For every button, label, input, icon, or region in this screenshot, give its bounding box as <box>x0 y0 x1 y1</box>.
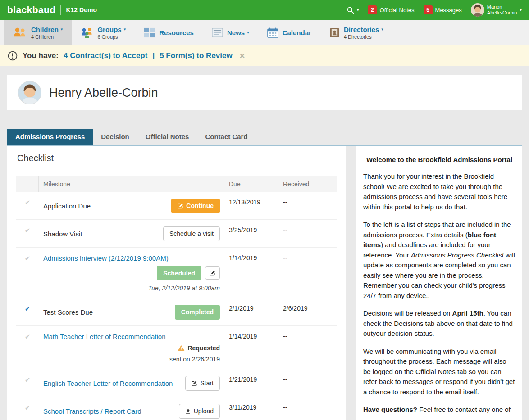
sent-date-note: sent on 2/26/2019 <box>169 356 220 363</box>
info-icon <box>8 51 18 61</box>
check-icon: ✔ <box>25 305 31 312</box>
nav-item-groups[interactable]: Groups▾ 6 Groups <box>72 20 135 45</box>
children-icon <box>13 27 27 38</box>
nav-label: Children <box>31 26 59 33</box>
student-avatar <box>18 81 41 104</box>
due-value: 1/21/2019 <box>224 369 278 397</box>
contracts-link[interactable]: 4 Contract(s) to Accept <box>64 51 147 60</box>
close-icon[interactable]: ✕ <box>239 52 245 60</box>
upload-icon <box>185 408 191 414</box>
chevron-down-icon: ▾ <box>247 31 249 35</box>
milestone-link[interactable]: School Transcripts / Report Card <box>43 407 141 415</box>
col-received: Received <box>278 176 337 192</box>
due-value: 1/14/2019 <box>224 248 278 298</box>
notes-label: Official Notes <box>379 7 414 14</box>
news-icon <box>212 28 223 37</box>
tab-decision[interactable]: Decision <box>93 129 137 145</box>
interview-datetime: Tue, 2/12/2019 at 9:00am <box>148 285 220 292</box>
schedule-visit-button[interactable]: Schedule a visit <box>163 226 220 241</box>
check-icon: ✔ <box>25 376 31 384</box>
table-row: ✔ Shadow Visit Schedule a visit 3/25/201… <box>16 220 337 248</box>
user-menu[interactable]: Marion Abelle-Corbin ▾ <box>471 3 522 17</box>
milestone-label: Test Scores Due <box>43 308 93 316</box>
due-value: 2/1/2019 <box>224 298 278 325</box>
nav-item-children[interactable]: Children▾ 4 Children <box>4 20 72 45</box>
edit-icon <box>192 380 197 386</box>
table-row: ✔ Math Teacher Letter of Recommendation … <box>16 326 337 369</box>
milestone-link[interactable]: Math Teacher Letter of Recommendation <box>43 333 166 340</box>
tab-admissions-progress[interactable]: Admissions Progress <box>7 129 93 145</box>
welcome-panel: Welcome to the Brookfield Admissions Por… <box>356 146 522 420</box>
nav-sublabel: 6 Groups <box>97 34 126 40</box>
continue-button[interactable]: Continue <box>171 199 220 213</box>
received-value: -- <box>278 192 337 219</box>
welcome-paragraph: Thank you for your interest in the Brook… <box>363 172 515 212</box>
edit-icon <box>210 270 215 276</box>
table-row: ✔ Test Scores Due Completed 2/1/2019 2/6… <box>16 298 337 326</box>
edit-icon <box>178 203 183 209</box>
nav-item-calendar[interactable]: Calendar <box>258 20 320 45</box>
main-nav: Children▾ 4 Children Groups▾ 6 Groups Re… <box>0 20 529 45</box>
received-value: -- <box>278 369 337 397</box>
notification-banner: You have: 4 Contract(s) to Accept | 5 Fo… <box>0 45 529 66</box>
welcome-paragraph: We will be communicating with you via em… <box>363 347 515 397</box>
messages-count-badge: 5 <box>424 5 433 14</box>
check-icon: ✔ <box>25 254 31 262</box>
due-value: 3/11/2019 <box>224 397 278 420</box>
nav-item-news[interactable]: News▾ <box>203 20 258 45</box>
nav-label: Calendar <box>283 29 311 36</box>
welcome-paragraph: Decisions will be released on April 15th… <box>363 308 515 339</box>
col-milestone: Milestone <box>39 176 224 192</box>
official-notes-menu[interactable]: 2 Official Notes <box>368 5 414 14</box>
nav-sublabel: 4 Directories <box>344 34 383 40</box>
chevron-down-icon: ▾ <box>61 27 63 32</box>
nav-label: Resources <box>159 29 194 36</box>
table-header-row: Milestone Due Received <box>16 176 337 192</box>
milestone-link[interactable]: English Teacher Letter of Recommendation <box>43 379 173 387</box>
welcome-title: Welcome to the Brookfield Admissions Por… <box>363 156 515 163</box>
check-icon: ✔ <box>25 333 31 340</box>
resources-icon <box>144 27 155 38</box>
alert-separator: | <box>152 51 155 60</box>
brand-divider <box>60 5 61 15</box>
groups-icon <box>81 27 93 38</box>
received-value: -- <box>278 397 337 420</box>
forms-link[interactable]: 5 Form(s) to Review <box>160 51 233 60</box>
welcome-body: Thank you for your interest in the Brook… <box>363 172 515 415</box>
due-value: 3/25/2019 <box>224 220 278 247</box>
upload-button[interactable]: Upload <box>179 404 220 419</box>
nav-label: News <box>227 29 245 36</box>
tab-official-notes[interactable]: Official Notes <box>137 129 197 145</box>
welcome-paragraph: Have questions? Feel free to contact any… <box>363 405 515 415</box>
tab-contact-card[interactable]: Contact Card <box>197 129 255 145</box>
blackbaud-logo: blackbaud <box>7 5 55 15</box>
messages-label: Messages <box>435 7 462 14</box>
app-title: K12 Demo <box>66 6 96 14</box>
edit-interview-button[interactable] <box>205 266 220 280</box>
student-profile-card: Henry Abelle-Corbin <box>7 75 522 110</box>
table-row: ✔ Admissions Interview (2/12/2019 9:00AM… <box>16 248 337 298</box>
start-button[interactable]: Start <box>185 376 220 391</box>
user-name: Marion Abelle-Corbin <box>487 4 517 15</box>
top-header-bar: blackbaud K12 Demo ▾ 2 Official Notes 5 … <box>0 0 529 20</box>
received-value: -- <box>278 326 337 369</box>
table-row: ✔ English Teacher Letter of Recommendati… <box>16 369 337 397</box>
due-value: 12/13/2019 <box>224 192 278 219</box>
nav-item-resources[interactable]: Resources <box>135 20 203 45</box>
table-row: ✔ School Transcripts / Report Card Uploa… <box>16 397 337 420</box>
messages-menu[interactable]: 5 Messages <box>424 5 462 14</box>
milestone-label: Shadow Visit <box>43 230 82 238</box>
scheduled-status-badge: Scheduled <box>157 266 201 281</box>
milestone-label: Application Due <box>43 202 91 210</box>
notes-count-badge: 2 <box>368 5 377 14</box>
nav-label: Groups <box>97 26 121 33</box>
chevron-down-icon: ▾ <box>520 8 522 12</box>
warning-icon <box>178 345 185 351</box>
calendar-icon <box>267 27 278 38</box>
alert-prefix: You have: <box>23 51 59 60</box>
nav-item-directories[interactable]: Directories▾ 4 Directories <box>320 20 392 45</box>
milestone-link[interactable]: Admissions Interview (2/12/2019 9:00AM) <box>43 254 169 262</box>
search-menu[interactable]: ▾ <box>347 6 359 14</box>
welcome-paragraph: To the left is a list of steps that are … <box>363 220 515 301</box>
chevron-down-icon: ▾ <box>381 27 383 32</box>
